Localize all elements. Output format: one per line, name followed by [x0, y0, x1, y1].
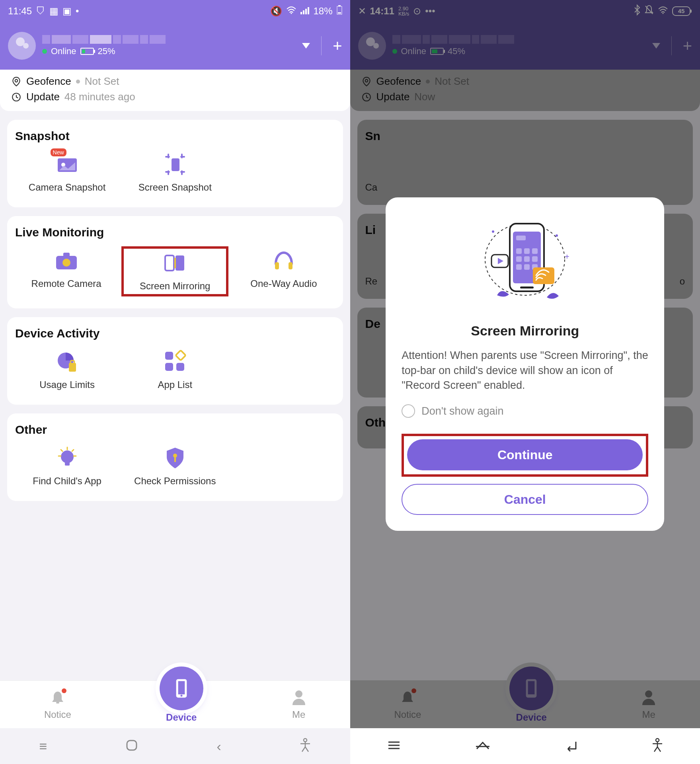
headphones-icon — [272, 249, 296, 273]
tile-label: Screen Snapshot — [138, 182, 212, 193]
svg-rect-80 — [516, 264, 522, 270]
device-battery: 25% — [98, 46, 115, 57]
svg-rect-16 — [165, 255, 174, 271]
accessibility-icon[interactable] — [652, 738, 663, 754]
svg-rect-1 — [300, 12, 302, 14]
sd-icon: ▦ — [49, 6, 58, 17]
section-title: Live Monitoring — [15, 226, 335, 239]
tile-label: One-Way Audio — [250, 278, 317, 289]
one-way-audio-tile[interactable]: One-Way Audio — [232, 246, 335, 296]
recents-icon[interactable]: ≡ — [39, 739, 47, 754]
svg-text:+: + — [565, 252, 569, 261]
section-title: Device Activity — [15, 327, 335, 340]
svg-rect-24 — [165, 352, 173, 360]
dont-show-again-checkbox[interactable]: Don't show again — [402, 404, 503, 418]
svg-rect-37 — [56, 702, 59, 704]
screen-mirroring-modal: + Screen Mirroring Attention! When paren… — [386, 197, 664, 531]
nav-me[interactable]: Me — [292, 689, 306, 720]
svg-rect-39 — [178, 681, 185, 694]
camera-snapshot-tile[interactable]: New Camera Snapshot — [15, 150, 119, 195]
back-icon[interactable]: ‹ — [217, 739, 221, 754]
checkbox-label: Don't show again — [421, 405, 503, 417]
back-icon[interactable] — [564, 739, 578, 753]
nav-notice[interactable]: Notice — [44, 689, 71, 720]
screen-mirroring-tile[interactable]: Screen Mirroring — [121, 246, 228, 296]
home-icon[interactable] — [125, 739, 138, 753]
usage-limits-tile[interactable]: Usage Limits — [15, 347, 119, 393]
svg-rect-36 — [174, 457, 176, 462]
svg-rect-2 — [303, 10, 304, 14]
svg-point-8 — [15, 79, 18, 82]
bell-icon — [50, 689, 66, 707]
svg-rect-76 — [532, 248, 538, 254]
camera-icon — [55, 249, 78, 273]
tile-label: Remote Camera — [31, 278, 101, 289]
accessibility-icon[interactable] — [300, 738, 311, 754]
profile-header[interactable]: Online 25% + — [0, 22, 350, 70]
update-label: Update — [26, 91, 60, 103]
screen-snapshot-tile[interactable]: Screen Snapshot — [123, 150, 227, 195]
battery-icon — [80, 48, 94, 55]
svg-line-33 — [61, 450, 62, 451]
svg-point-69 — [556, 234, 558, 237]
remote-camera-tile[interactable]: Remote Camera — [15, 246, 117, 296]
svg-rect-14 — [63, 253, 70, 257]
svg-line-46 — [302, 747, 305, 752]
status-battery: 18% — [313, 6, 332, 17]
mute-icon: 🔇 — [270, 6, 282, 17]
svg-rect-26 — [176, 363, 184, 371]
geofence-label: Geofence — [26, 75, 71, 88]
online-dot-icon — [42, 49, 47, 54]
tile-label: Camera Snapshot — [29, 182, 105, 193]
snapshot-section: Snapshot New Camera Snapshot Screen Snap… — [7, 120, 343, 207]
modal-title: Screen Mirroring — [471, 323, 579, 339]
home-icon[interactable] — [475, 739, 490, 753]
svg-rect-29 — [65, 462, 70, 466]
svg-point-15 — [62, 259, 70, 267]
section-title: Snapshot — [15, 129, 335, 143]
svg-rect-83 — [520, 286, 534, 288]
update-value: 48 minutes ago — [64, 91, 135, 103]
modal-illustration: + — [473, 212, 577, 315]
svg-point-68 — [492, 230, 494, 233]
profile-name-redacted — [42, 35, 296, 44]
system-nav — [350, 728, 700, 764]
geofence-icon — [11, 76, 21, 87]
tile-label: Find Child's App — [33, 476, 101, 487]
svg-rect-73 — [516, 236, 526, 240]
online-label: Online — [51, 46, 76, 57]
bottom-nav: Notice Device Me — [0, 680, 350, 728]
status-time: 11:45 — [8, 6, 32, 17]
screen-snapshot-icon — [163, 152, 187, 176]
person-icon — [292, 689, 306, 707]
svg-rect-79 — [532, 256, 538, 262]
tile-label: App List — [158, 379, 192, 390]
check-permissions-tile[interactable]: Check Permissions — [123, 444, 227, 489]
menu-icon[interactable] — [387, 740, 401, 752]
avatar[interactable] — [8, 32, 36, 60]
app-list-tile[interactable]: App List — [123, 347, 227, 393]
svg-rect-25 — [165, 363, 173, 371]
svg-rect-75 — [524, 248, 530, 254]
svg-rect-81 — [524, 264, 530, 270]
chevron-down-icon[interactable] — [302, 43, 310, 49]
shield-icon: ⛉ — [36, 6, 45, 17]
tile-label: Screen Mirroring — [140, 281, 210, 292]
find-child-app-tile[interactable]: Find Child's App — [15, 444, 119, 489]
svg-rect-27 — [175, 350, 185, 360]
svg-point-28 — [61, 450, 74, 463]
svg-rect-3 — [305, 9, 307, 14]
svg-point-43 — [304, 739, 307, 742]
svg-rect-19 — [275, 262, 279, 269]
continue-button[interactable]: Continue — [407, 439, 643, 470]
geofence-value: Not Set — [85, 75, 119, 88]
svg-line-66 — [657, 747, 661, 752]
cancel-button[interactable]: Cancel — [402, 484, 648, 515]
usage-limits-icon — [55, 350, 79, 374]
status-bar: 11:45 ⛉ ▦ ▣ • 🔇 18% — [0, 0, 350, 22]
add-button[interactable]: + — [333, 37, 342, 55]
app-list-icon — [163, 350, 187, 374]
nav-device[interactable]: Device — [160, 686, 203, 723]
info-rows: Geofence Not Set Update 48 minutes ago — [0, 70, 350, 111]
modal-body: Attention! When parents use "Screen Mirr… — [402, 348, 648, 393]
